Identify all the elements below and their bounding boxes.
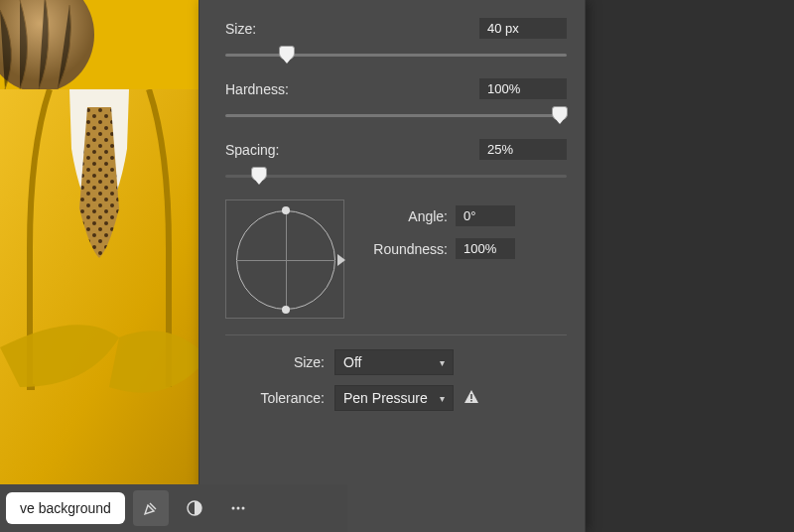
remove-background-button[interactable]: ve background	[6, 492, 125, 524]
svg-rect-4	[470, 394, 472, 399]
dyn-tolerance-value: Pen Pressure	[343, 390, 428, 406]
roundness-handle-bottom[interactable]	[282, 306, 290, 314]
chevron-down-icon: ▾	[440, 393, 445, 404]
dyn-size-label: Size:	[225, 354, 325, 370]
pen-tool-icon[interactable]	[133, 490, 169, 526]
preview-jacket	[0, 89, 198, 496]
chevron-down-icon: ▾	[440, 357, 445, 368]
angle-input[interactable]: 0°	[456, 205, 515, 226]
spacing-label: Spacing:	[225, 142, 279, 158]
roundness-handle-top[interactable]	[282, 206, 290, 214]
svg-point-9	[241, 507, 244, 510]
svg-rect-5	[470, 400, 472, 402]
hardness-label: Hardness:	[225, 81, 289, 97]
canvas-preview[interactable]	[0, 0, 198, 496]
hardness-slider-thumb[interactable]	[552, 106, 568, 120]
roundness-label: Roundness:	[362, 241, 448, 257]
size-label: Size:	[225, 21, 256, 37]
angle-arrow-icon[interactable]	[337, 254, 345, 266]
size-slider[interactable]	[225, 45, 567, 65]
dyn-tolerance-select[interactable]: Pen Pressure ▾	[334, 385, 454, 411]
dyn-size-value: Off	[343, 354, 361, 370]
angle-roundness-widget[interactable]	[225, 200, 344, 319]
size-input[interactable]: 40 px	[479, 18, 567, 39]
spacing-slider[interactable]	[225, 166, 567, 186]
slider-track	[225, 175, 567, 178]
more-icon[interactable]	[220, 490, 256, 526]
dyn-size-select[interactable]: Off ▾	[334, 349, 454, 375]
hardness-input[interactable]: 100%	[479, 78, 567, 99]
bottom-toolbar: ve background	[0, 484, 347, 532]
roundness-input[interactable]: 100%	[456, 238, 515, 259]
brush-settings-panel: Size: 40 px Hardness: 100% Spacing: 25%	[198, 0, 586, 532]
slider-track	[225, 54, 567, 57]
dyn-tolerance-label: Tolerance:	[225, 390, 325, 406]
spacing-slider-thumb[interactable]	[251, 167, 267, 181]
hardness-slider[interactable]	[225, 105, 567, 125]
spacing-input[interactable]: 25%	[479, 139, 567, 160]
svg-point-8	[236, 507, 239, 510]
slider-track	[225, 114, 567, 117]
warning-icon	[463, 389, 479, 408]
divider	[225, 334, 567, 335]
size-slider-thumb[interactable]	[279, 46, 295, 60]
svg-point-7	[231, 507, 234, 510]
crosshair-v	[286, 210, 287, 310]
angle-label: Angle:	[362, 208, 448, 224]
adjustment-icon[interactable]	[177, 490, 212, 526]
